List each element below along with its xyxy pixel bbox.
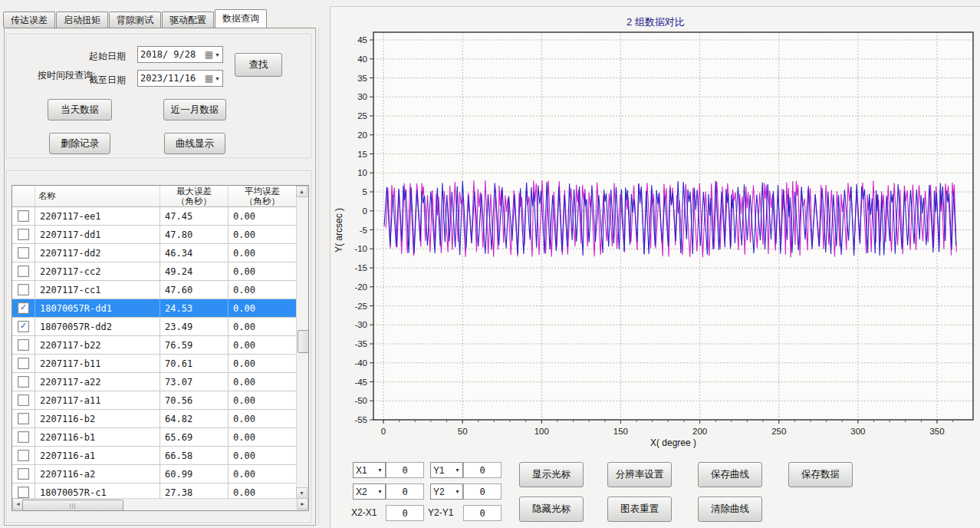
show-cursor-button[interactable]: 显示光标 — [519, 462, 584, 487]
tab-start-torque[interactable]: 启动扭矩 — [56, 12, 108, 28]
x1-value-field[interactable]: 0 — [386, 462, 424, 478]
save-curve-button[interactable]: 保存曲线 — [698, 462, 762, 487]
vertical-scroll-thumb[interactable] — [298, 330, 309, 353]
row-checkbox[interactable] — [18, 229, 29, 240]
row-checkbox-cell — [12, 207, 35, 225]
row-checkbox-cell — [12, 244, 35, 262]
svg-text:-30: -30 — [354, 320, 367, 329]
calendar-icon[interactable]: ▦ — [205, 74, 213, 83]
row-checkbox[interactable] — [18, 450, 29, 461]
horizontal-scrollbar[interactable]: ◄ ||| ► — [12, 498, 308, 510]
table-row[interactable]: 2207116-b264.820.00 — [12, 410, 297, 428]
horizontal-scroll-thumb[interactable]: ||| — [22, 500, 123, 511]
row-name: 2207117-b22 — [35, 336, 160, 354]
svg-text:-55: -55 — [354, 415, 367, 424]
svg-text:-25: -25 — [354, 302, 367, 311]
svg-text:-45: -45 — [354, 378, 367, 387]
save-data-button[interactable]: 保存数据 — [788, 462, 853, 487]
caret-down-icon[interactable]: ▼ — [215, 76, 220, 81]
row-name: 2207116-a1 — [35, 447, 160, 464]
table-row[interactable]: 2207117-b1170.610.00 — [12, 355, 297, 373]
table-row[interactable]: 2207116-b165.690.00 — [12, 428, 297, 447]
table-row[interactable]: 2207117-ee147.450.00 — [12, 207, 297, 226]
table-row[interactable]: 2207116-a260.990.00 — [12, 465, 297, 483]
hide-cursor-button[interactable]: 隐藏光标 — [519, 497, 584, 522]
x2-value-field[interactable]: 0 — [386, 483, 424, 500]
row-checkbox[interactable] — [18, 284, 29, 295]
table-row[interactable]: 2207117-a1170.560.00 — [12, 391, 297, 410]
row-avg-error: 0.00 — [229, 281, 297, 299]
row-name: 2207117-dd1 — [35, 226, 160, 243]
y1-select[interactable]: Y1▼ — [430, 462, 463, 478]
row-checkbox[interactable]: ✓ — [18, 321, 29, 332]
table-row[interactable]: 2207116-a166.580.00 — [12, 447, 297, 465]
row-name: 2207117-b11 — [35, 355, 160, 372]
calendar-icon[interactable]: ▦ — [205, 50, 213, 59]
x2-select[interactable]: X2▼ — [353, 483, 386, 500]
row-avg-error: 0.00 — [229, 336, 297, 354]
row-checkbox[interactable]: ✓ — [18, 302, 29, 314]
table-row[interactable]: 2207117-b2276.590.00 — [12, 336, 297, 355]
table-row[interactable]: 2207117-cc249.240.00 — [12, 262, 297, 281]
row-avg-error: 0.00 — [229, 428, 297, 446]
scroll-up-icon[interactable]: ▲ — [296, 186, 307, 197]
tab-transmission-error[interactable]: 传达误差 — [3, 12, 55, 28]
row-max-error: 47.45 — [160, 207, 229, 225]
row-name: 2207117-a11 — [35, 391, 160, 409]
caret-down-icon: ▼ — [377, 467, 383, 473]
y1-value-field[interactable]: 0 — [463, 462, 502, 478]
row-checkbox-cell: ✓ — [12, 318, 35, 335]
tab-backlash-test[interactable]: 背隙测试 — [109, 12, 161, 28]
table-row[interactable]: 2207117-cc147.600.00 — [12, 281, 297, 299]
today-data-button[interactable]: 当天数据 — [48, 99, 112, 120]
clear-curve-button[interactable]: 清除曲线 — [698, 497, 762, 522]
row-checkbox[interactable] — [18, 487, 29, 498]
curve-display-button[interactable]: 曲线显示 — [164, 133, 225, 154]
svg-text:45: 45 — [357, 35, 367, 45]
table-row[interactable]: 18070057R-c127.380.00 — [12, 483, 297, 499]
caret-down-icon[interactable]: ▼ — [215, 52, 220, 58]
dy-value-field[interactable]: 0 — [463, 505, 502, 521]
end-date-field[interactable]: 2023/11/16 ▦ ▼ — [137, 70, 223, 87]
y1-select-label: Y1 — [433, 465, 445, 476]
row-max-error: 76.59 — [160, 336, 229, 354]
svg-text:150: 150 — [613, 427, 628, 436]
table-row[interactable]: 2207117-dd246.340.00 — [12, 244, 297, 262]
tab-drive-config[interactable]: 驱动配置 — [162, 12, 214, 28]
data-query-panel: 按时间段查询: 起始日期 2018/ 9/28 ▦ ▼ 截至日期 2023/11… — [4, 28, 316, 526]
row-checkbox[interactable] — [18, 431, 29, 443]
y2-select[interactable]: Y2▼ — [430, 483, 463, 500]
y2-value-field[interactable]: 0 — [463, 483, 502, 500]
svg-text:-20: -20 — [354, 282, 367, 292]
table-row[interactable]: ✓18070057R-dd124.530.00 — [12, 299, 297, 318]
row-max-error: 23.49 — [160, 318, 229, 335]
row-checkbox[interactable] — [18, 266, 29, 277]
tab-data-query[interactable]: 数据查询 — [215, 9, 267, 28]
chart-reset-button[interactable]: 图表重置 — [607, 497, 672, 522]
x2-select-label: X2 — [356, 487, 367, 497]
start-date-field[interactable]: 2018/ 9/28 ▦ ▼ — [137, 46, 223, 63]
table-row[interactable]: 2207117-dd147.800.00 — [12, 226, 297, 244]
row-checkbox[interactable] — [18, 468, 29, 480]
row-checkbox[interactable] — [18, 394, 29, 406]
chart-plot[interactable]: 454035302520151050-5-10-15-20-25-30-35-4… — [331, 31, 980, 454]
row-checkbox[interactable] — [18, 376, 29, 388]
delete-record-button[interactable]: 删除记录 — [49, 133, 110, 154]
dx-value-field[interactable]: 0 — [386, 505, 424, 521]
row-checkbox[interactable] — [18, 358, 29, 369]
search-button[interactable]: 查找 — [235, 53, 282, 77]
resolution-settings-button[interactable]: 分辨率设置 — [607, 462, 672, 487]
row-checkbox[interactable] — [18, 413, 29, 424]
scroll-right-icon[interactable]: ► — [297, 498, 308, 510]
x1-select[interactable]: X1▼ — [353, 462, 386, 478]
scroll-down-icon[interactable]: ▼ — [296, 487, 307, 499]
row-checkbox[interactable] — [18, 339, 29, 351]
row-checkbox[interactable] — [18, 247, 29, 259]
last-month-data-button[interactable]: 近一月数据 — [163, 99, 226, 120]
vertical-scrollbar[interactable]: ▲ ▼ — [296, 186, 308, 499]
header-checkbox-col — [12, 186, 35, 206]
table-row[interactable]: 2207117-a2273.070.00 — [12, 373, 297, 391]
row-checkbox-cell — [12, 336, 35, 354]
row-checkbox[interactable] — [18, 210, 29, 222]
table-row[interactable]: ✓18070057R-dd223.490.00 — [12, 318, 297, 336]
